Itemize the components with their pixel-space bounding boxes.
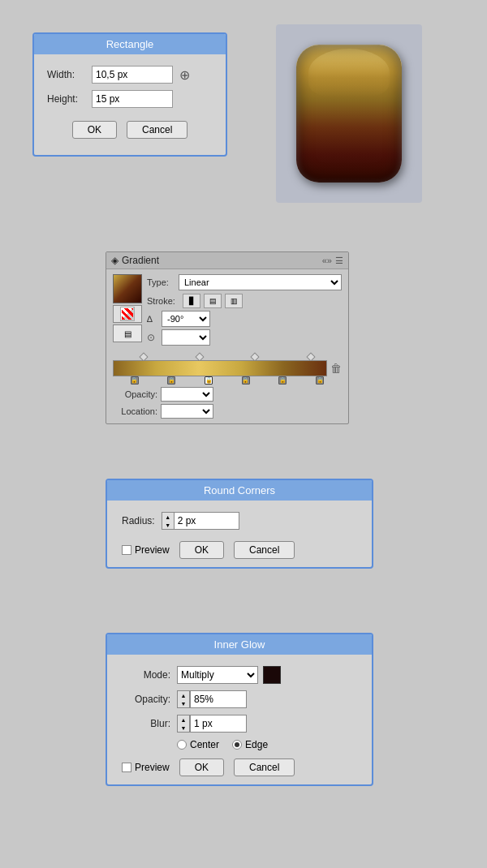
- panel-controls[interactable]: «» ☰: [322, 256, 343, 266]
- angle-select[interactable]: -90° 0° 90° 180°: [162, 311, 210, 327]
- scale-icon: ⊙: [147, 332, 158, 343]
- stroke-label: Stroke:: [147, 296, 179, 306]
- crosshair-icon: ⊕: [179, 67, 190, 83]
- radius-input[interactable]: [175, 512, 239, 530]
- opacity-up-btn[interactable]: ▲: [178, 691, 189, 699]
- mode-label: Mode:: [122, 669, 170, 681]
- gradient-stop-2[interactable]: 🔒: [167, 376, 175, 385]
- width-label: Width:: [47, 69, 92, 80]
- width-input[interactable]: [92, 66, 173, 84]
- stroke-btn-1[interactable]: ▊: [183, 294, 200, 308]
- angle-label: ∆: [147, 314, 158, 324]
- opacity-select[interactable]: [161, 387, 213, 402]
- ig-preview-label: Preview: [135, 762, 170, 773]
- inner-glow-title: Inner Glow: [107, 634, 372, 655]
- radius-label: Radius:: [122, 515, 155, 526]
- rectangle-cancel-button[interactable]: Cancel: [127, 121, 187, 139]
- scale-select[interactable]: [162, 329, 210, 346]
- gradient-thumbnail[interactable]: [113, 274, 142, 303]
- gradient-panel-title: ◈ Gradient: [111, 255, 159, 266]
- location-label: Location:: [113, 406, 157, 416]
- round-corners-ok-button[interactable]: OK: [179, 541, 224, 559]
- center-edge-row: Center Edge: [177, 739, 357, 750]
- blur-spinner: ▲ ▼: [177, 715, 247, 733]
- height-input[interactable]: [92, 90, 173, 108]
- preview-checkbox-wrap: Preview: [122, 544, 170, 556]
- blur-label: Blur:: [122, 718, 170, 729]
- preview-container: [276, 24, 422, 203]
- rounded-rect-preview: [296, 45, 402, 183]
- gradient-options-icon[interactable]: ▤: [113, 324, 142, 342]
- inner-glow-cancel-button[interactable]: Cancel: [234, 758, 295, 776]
- rectangle-dialog-title: Rectangle: [34, 34, 226, 54]
- gradient-panel-titlebar: ◈ Gradient «» ☰: [106, 252, 348, 269]
- preview-label: Preview: [135, 544, 170, 556]
- ig-preview-checkbox[interactable]: [122, 763, 131, 772]
- blur-down-btn[interactable]: ▼: [178, 724, 189, 732]
- stroke-btn-3[interactable]: ▥: [225, 294, 243, 308]
- inner-glow-ok-button[interactable]: OK: [179, 758, 224, 776]
- gradient-icon: ◈: [111, 255, 119, 266]
- gradient-stop-6[interactable]: 🔒: [316, 376, 324, 385]
- color-swatch[interactable]: [263, 666, 281, 684]
- opacity-label: Opacity:: [113, 389, 157, 399]
- edge-label: Edge: [245, 739, 268, 750]
- gradient-panel: ◈ Gradient «» ☰ ▤ Type:: [106, 251, 349, 424]
- height-label: Height:: [47, 93, 92, 105]
- edge-radio[interactable]: [232, 740, 242, 750]
- gradient-stops-top: [113, 352, 342, 360]
- edge-radio-wrap[interactable]: Edge: [232, 739, 268, 750]
- round-corners-cancel-button[interactable]: Cancel: [234, 541, 295, 559]
- inner-glow-dialog: Inner Glow Mode: Multiply Normal Screen …: [106, 633, 373, 786]
- gradient-stop-1[interactable]: 🔒: [131, 376, 139, 385]
- round-corners-title: Round Corners: [107, 480, 372, 501]
- preview-checkbox[interactable]: [122, 545, 131, 555]
- delete-stop-icon[interactable]: 🗑: [330, 362, 342, 375]
- rectangle-dialog: Rectangle Width: ⊕ Height: OK Cancel: [32, 32, 227, 157]
- type-select[interactable]: Linear Radial: [179, 274, 342, 290]
- mode-select[interactable]: Multiply Normal Screen: [177, 666, 258, 684]
- center-radio-wrap[interactable]: Center: [177, 739, 219, 750]
- blur-up-btn[interactable]: ▲: [178, 715, 189, 724]
- gradient-stop-3[interactable]: 🔒: [205, 376, 213, 385]
- blur-input[interactable]: [190, 715, 247, 733]
- type-label: Type:: [147, 277, 175, 287]
- radius-up-btn[interactable]: ▲: [162, 513, 174, 521]
- center-label: Center: [190, 739, 219, 750]
- gradient-stop-4[interactable]: 🔒: [242, 376, 250, 385]
- panel-menu[interactable]: ☰: [335, 256, 343, 266]
- opacity-spinner: ▲ ▼: [177, 690, 247, 708]
- round-corners-dialog: Round Corners Radius: ▲ ▼ Preview OK Can…: [106, 479, 373, 569]
- center-radio[interactable]: [177, 740, 187, 750]
- gradient-stop-5[interactable]: 🔒: [278, 376, 287, 385]
- radius-down-btn[interactable]: ▼: [162, 521, 174, 529]
- opacity-down-btn[interactable]: ▼: [178, 699, 189, 707]
- rectangle-ok-button[interactable]: OK: [72, 121, 117, 139]
- gradient-stops-bottom: 🔒 🔒 🔒 🔒 🔒 🔒: [113, 376, 342, 385]
- stroke-btn-2[interactable]: ▤: [204, 294, 222, 308]
- ig-opacity-label: Opacity:: [122, 694, 170, 705]
- opacity-input[interactable]: [190, 690, 247, 708]
- panel-collapse[interactable]: «»: [322, 256, 332, 266]
- gradient-bar[interactable]: [113, 360, 327, 376]
- radius-spinner: ▲ ▼: [162, 512, 239, 530]
- location-select[interactable]: [161, 404, 213, 419]
- ig-preview-checkbox-wrap: Preview: [122, 762, 170, 773]
